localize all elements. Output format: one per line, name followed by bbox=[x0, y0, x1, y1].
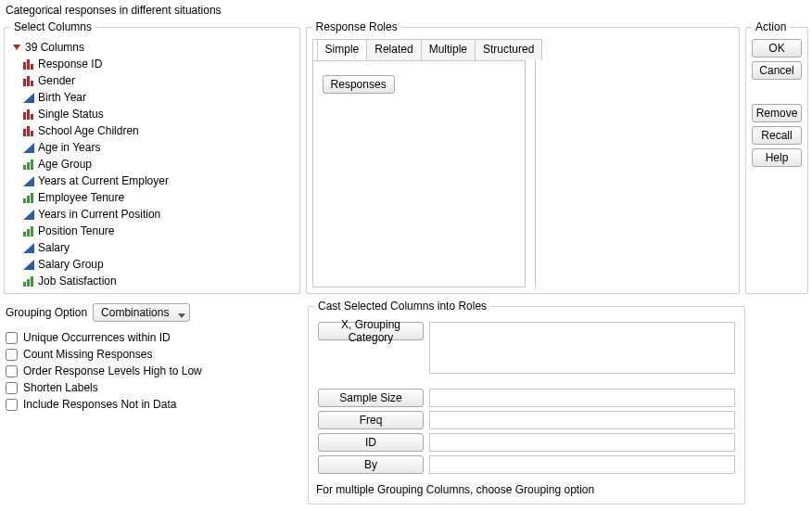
svg-marker-22 bbox=[23, 210, 34, 220]
columns-list[interactable]: 39 Columns Response IDGenderBirth YearSi… bbox=[10, 39, 294, 287]
grouping-options-panel: Grouping Option Combinations Unique Occu… bbox=[4, 300, 302, 505]
response-roles-group: Response Roles SimpleRelatedMultipleStru… bbox=[306, 20, 740, 294]
disclosure-triangle-icon[interactable] bbox=[12, 43, 21, 52]
cast-role-slot[interactable] bbox=[429, 455, 735, 474]
tab-simple[interactable]: Simple bbox=[317, 39, 368, 60]
svg-rect-16 bbox=[27, 162, 30, 170]
svg-rect-8 bbox=[23, 112, 26, 120]
svg-rect-12 bbox=[27, 126, 30, 136]
column-item[interactable]: Employee Tenure bbox=[10, 189, 294, 206]
cast-role-slot[interactable] bbox=[429, 322, 735, 374]
svg-rect-25 bbox=[31, 226, 33, 236]
column-item[interactable]: Gender bbox=[10, 72, 294, 89]
nominal-type-icon bbox=[23, 126, 34, 136]
cast-roles-legend: Cast Selected Columns into Roles bbox=[314, 300, 490, 313]
cast-role-slot[interactable] bbox=[429, 433, 735, 452]
check-row[interactable]: Order Response Levels High to Low bbox=[6, 363, 300, 379]
column-item-label: School Age Children bbox=[38, 123, 139, 138]
svg-rect-20 bbox=[27, 196, 30, 203]
checkbox[interactable] bbox=[6, 382, 18, 394]
checkbox[interactable] bbox=[6, 399, 18, 411]
column-item[interactable]: Salary bbox=[10, 239, 294, 256]
svg-rect-4 bbox=[23, 79, 26, 86]
ok-button[interactable]: OK bbox=[752, 39, 802, 57]
svg-rect-29 bbox=[27, 279, 30, 287]
checkbox[interactable] bbox=[6, 349, 18, 361]
column-item-label: Years in Current Position bbox=[38, 207, 160, 222]
columns-header[interactable]: 39 Columns bbox=[10, 39, 294, 56]
check-row[interactable]: Count Missing Responses bbox=[6, 346, 300, 363]
remove-button[interactable]: Remove bbox=[752, 104, 802, 122]
svg-marker-0 bbox=[13, 45, 20, 50]
column-item[interactable]: Response ID bbox=[10, 56, 294, 72]
ordinal-type-icon bbox=[23, 193, 34, 203]
action-legend: Action bbox=[752, 20, 790, 33]
column-item[interactable]: Age in Years bbox=[10, 139, 294, 156]
cast-row: ID bbox=[318, 433, 735, 452]
tab-structured[interactable]: Structured bbox=[475, 39, 542, 60]
select-columns-legend: Select Columns bbox=[10, 20, 95, 33]
cast-roles-group: Cast Selected Columns into Roles X, Grou… bbox=[308, 300, 745, 505]
checkbox[interactable] bbox=[6, 365, 18, 377]
nominal-type-icon bbox=[23, 109, 34, 120]
check-label: Count Missing Responses bbox=[23, 348, 152, 361]
continuous-type-icon bbox=[23, 210, 34, 220]
tab-multiple[interactable]: Multiple bbox=[421, 39, 476, 60]
column-item[interactable]: Position Tenure bbox=[10, 223, 294, 239]
column-item[interactable]: Birth Year bbox=[10, 89, 294, 106]
check-row[interactable]: Shorten Labels bbox=[6, 379, 300, 396]
continuous-type-icon bbox=[23, 176, 34, 186]
svg-marker-27 bbox=[23, 260, 34, 270]
response-roles-legend: Response Roles bbox=[312, 20, 401, 33]
cast-hint: For multiple Grouping Columns, choose Gr… bbox=[314, 478, 739, 498]
roles-drop-area[interactable] bbox=[535, 39, 733, 287]
help-button[interactable]: Help bbox=[752, 148, 802, 167]
check-row[interactable]: Unique Occurrences within ID bbox=[6, 329, 300, 346]
grouping-option-combo[interactable]: Combinations bbox=[93, 303, 190, 322]
grouping-option-value: Combinations bbox=[101, 306, 169, 319]
column-item[interactable]: Years in Current Position bbox=[10, 206, 294, 223]
column-item[interactable]: School Age Children bbox=[10, 122, 294, 139]
svg-rect-10 bbox=[31, 114, 33, 120]
cast-row: By bbox=[318, 455, 735, 474]
column-item-label: Gender bbox=[38, 73, 75, 88]
window-title: Categorical responses in different situa… bbox=[4, 2, 808, 20]
cast-role-button[interactable]: ID bbox=[318, 433, 424, 452]
check-label: Unique Occurrences within ID bbox=[23, 331, 171, 344]
cast-role-button[interactable]: By bbox=[318, 455, 424, 474]
chevron-down-icon bbox=[178, 309, 185, 316]
action-group: Action OK Cancel Remove Recall Help bbox=[745, 20, 808, 294]
continuous-type-icon bbox=[23, 143, 34, 153]
svg-rect-3 bbox=[31, 64, 33, 70]
svg-rect-9 bbox=[27, 109, 30, 120]
cancel-button[interactable]: Cancel bbox=[752, 61, 802, 80]
cast-role-button[interactable]: Sample Size bbox=[318, 389, 424, 407]
nominal-type-icon bbox=[23, 59, 34, 70]
column-item-label: Years at Current Employer bbox=[38, 173, 169, 188]
column-item[interactable]: Salary Group bbox=[10, 256, 294, 273]
cast-role-button[interactable]: X, Grouping Category bbox=[318, 322, 424, 340]
ordinal-type-icon bbox=[23, 160, 34, 170]
column-item[interactable]: Single Status bbox=[10, 106, 294, 122]
svg-marker-34 bbox=[178, 313, 185, 318]
svg-marker-26 bbox=[23, 243, 34, 253]
continuous-type-icon bbox=[23, 243, 34, 253]
responses-button[interactable]: Responses bbox=[323, 75, 395, 94]
column-item[interactable]: Years at Current Employer bbox=[10, 172, 294, 189]
column-item[interactable]: Age Group bbox=[10, 156, 294, 172]
column-item-label: Single Status bbox=[38, 107, 104, 121]
checkbox[interactable] bbox=[6, 332, 18, 344]
nominal-type-icon bbox=[23, 76, 34, 86]
cast-row: Sample Size bbox=[318, 389, 735, 407]
check-row[interactable]: Include Responses Not in Data bbox=[6, 396, 300, 413]
ordinal-type-icon bbox=[23, 276, 34, 287]
svg-rect-21 bbox=[31, 193, 33, 203]
column-item[interactable]: Job Satisfaction bbox=[10, 273, 294, 287]
tab-related[interactable]: Related bbox=[366, 39, 421, 60]
cast-role-slot[interactable] bbox=[429, 411, 735, 429]
recall-button[interactable]: Recall bbox=[752, 126, 802, 145]
roles-tab-panel: SimpleRelatedMultipleStructured Response… bbox=[312, 39, 526, 287]
cast-role-slot[interactable] bbox=[429, 389, 735, 407]
cast-role-button[interactable]: Freq bbox=[318, 411, 424, 429]
select-columns-group: Select Columns 39 Columns Response IDGen… bbox=[4, 20, 300, 294]
